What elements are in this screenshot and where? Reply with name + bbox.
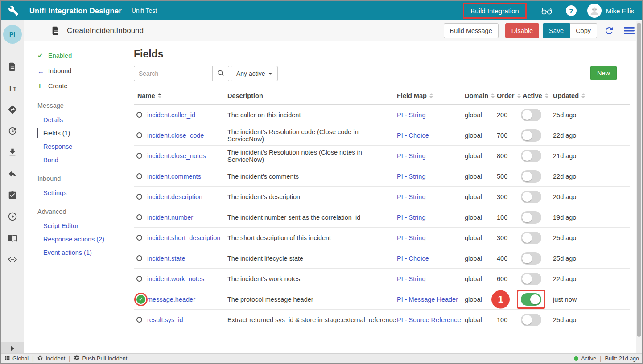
table-row: incident.short_description The short des…: [134, 228, 630, 248]
build-message-button[interactable]: Build Message: [444, 23, 499, 38]
active-toggle[interactable]: [521, 191, 541, 203]
nav-item-create[interactable]: + Create: [24, 78, 120, 94]
column-header-name[interactable]: Name: [134, 92, 227, 99]
nav-item-details[interactable]: Details: [24, 113, 120, 127]
book-icon[interactable]: [1, 227, 24, 249]
field-map-link[interactable]: PI - Source Reference: [397, 316, 461, 323]
help-icon[interactable]: ?: [566, 5, 577, 16]
field-name-link[interactable]: incident.caller_id: [147, 111, 195, 119]
field-map-link[interactable]: PI - String: [397, 152, 425, 160]
column-header-field-map[interactable]: Field Map: [396, 92, 464, 99]
tasks-icon[interactable]: [1, 184, 24, 206]
statusbar-integration[interactable]: Push-Pull Incident: [74, 355, 127, 362]
field-domain: global: [464, 214, 496, 221]
build-integration-button[interactable]: Build Integration: [463, 3, 526, 19]
active-toggle[interactable]: [521, 293, 541, 306]
active-filter-dropdown[interactable]: Any active: [231, 66, 278, 81]
wrench-icon[interactable]: [8, 5, 19, 16]
table-row: incident.close_notes The incident's Reso…: [134, 146, 630, 166]
copy-button[interactable]: Copy: [570, 23, 597, 38]
field-domain: global: [464, 132, 496, 139]
field-map-link[interactable]: PI - String: [397, 193, 425, 200]
field-map-link[interactable]: PI - Choice: [397, 255, 429, 262]
nav-item-bond[interactable]: Bond: [24, 153, 120, 167]
field-map-link[interactable]: PI - String: [397, 111, 425, 119]
field-map-link[interactable]: PI - Choice: [397, 132, 429, 139]
menu-icon[interactable]: [623, 26, 635, 36]
field-domain: global: [464, 275, 496, 282]
play-circle-icon[interactable]: [1, 206, 24, 227]
code-icon[interactable]: [1, 249, 24, 270]
record-header-bar: CreateIncidentInbound Build Message Disa…: [24, 20, 643, 41]
disable-button[interactable]: Disable: [505, 23, 539, 38]
search-button[interactable]: [212, 66, 229, 81]
active-toggle[interactable]: [521, 129, 541, 142]
nav-item-event-actions-1[interactable]: Event actions (1): [24, 246, 120, 259]
column-header-active[interactable]: Active: [519, 92, 552, 99]
nav-item-fields-1[interactable]: Fields (1): [24, 127, 120, 140]
download-icon[interactable]: [1, 142, 24, 163]
field-name-link[interactable]: message.header: [147, 296, 195, 303]
user-avatar: [587, 4, 602, 18]
field-updated: just now: [552, 296, 630, 303]
active-toggle[interactable]: [521, 211, 541, 224]
directions-icon[interactable]: [1, 99, 24, 120]
active-toggle[interactable]: [521, 232, 541, 244]
field-map-link[interactable]: PI - Message Header: [397, 296, 458, 303]
nav-item-script-editor[interactable]: Script Editor: [24, 219, 120, 233]
field-status-icon: [136, 153, 142, 159]
field-map-link[interactable]: PI - String: [397, 173, 425, 180]
field-name-link[interactable]: incident.work_notes: [147, 275, 204, 282]
sidebar-section: Inbound Settings: [24, 171, 120, 200]
search-input[interactable]: [134, 66, 212, 81]
document-icon[interactable]: [1, 56, 24, 78]
column-header-domain[interactable]: Domain: [464, 92, 496, 99]
toggle-annotation-box: [517, 147, 545, 165]
sidebar-section-title: Inbound: [24, 171, 120, 186]
user-menu[interactable]: Mike Ellis: [587, 4, 634, 18]
vertical-scrollbar[interactable]: [636, 21, 642, 353]
active-toggle[interactable]: [521, 109, 541, 121]
preview-glasses-icon[interactable]: [540, 5, 553, 16]
field-name-link[interactable]: incident.short_description: [147, 234, 220, 241]
field-name-link[interactable]: incident.state: [147, 255, 185, 262]
field-name-link[interactable]: incident.number: [147, 214, 193, 221]
environment-name: Unifi Test: [132, 7, 157, 14]
active-toggle[interactable]: [521, 314, 541, 326]
save-button[interactable]: Save: [543, 23, 570, 38]
active-toggle[interactable]: [521, 150, 541, 162]
field-name-link[interactable]: incident.comments: [147, 173, 201, 180]
history-icon[interactable]: [1, 120, 24, 142]
column-header-updated[interactable]: Updated: [552, 92, 630, 99]
statusbar-domain[interactable]: Global: [4, 355, 29, 362]
field-status-icon: [136, 112, 142, 118]
user-name: Mike Ellis: [606, 7, 634, 15]
field-map-link[interactable]: PI - String: [397, 234, 425, 241]
field-name-link[interactable]: incident.close_notes: [147, 152, 206, 160]
field-name-link[interactable]: incident.close_code: [147, 132, 204, 139]
field-domain: global: [464, 234, 496, 241]
scrollbar-thumb[interactable]: [637, 23, 641, 337]
nav-item-enabled[interactable]: ✔ Enabled: [24, 48, 120, 63]
top-navigation-bar: Unifi Integration Designer Unifi Test Bu…: [1, 1, 642, 20]
nav-item-inbound[interactable]: ← Inbound: [24, 63, 120, 78]
active-toggle[interactable]: [521, 170, 541, 183]
field-name-link[interactable]: incident.description: [147, 193, 202, 200]
field-map-link[interactable]: PI - String: [397, 275, 425, 282]
table-row: result.sys_id Extract returned sys_id & …: [134, 310, 630, 330]
active-toggle[interactable]: [521, 273, 541, 285]
field-name-link[interactable]: result.sys_id: [147, 316, 183, 323]
nav-item-settings[interactable]: Settings: [24, 186, 120, 200]
nav-item-response-actions-2[interactable]: Response actions (2): [24, 233, 120, 246]
new-field-button[interactable]: New: [590, 66, 617, 80]
column-header-order[interactable]: Order: [496, 92, 519, 99]
table-row: incident.close_code The incident's Resol…: [134, 125, 630, 146]
refresh-icon[interactable]: [604, 25, 614, 36]
reply-icon[interactable]: [1, 163, 24, 184]
statusbar-process[interactable]: Incident: [37, 355, 65, 362]
process-avatar[interactable]: PI: [3, 25, 22, 44]
nav-item-response[interactable]: Response: [24, 140, 120, 153]
field-map-link[interactable]: PI - String: [397, 214, 425, 221]
active-toggle[interactable]: [521, 252, 541, 265]
text-format-icon[interactable]: TT: [1, 78, 24, 99]
